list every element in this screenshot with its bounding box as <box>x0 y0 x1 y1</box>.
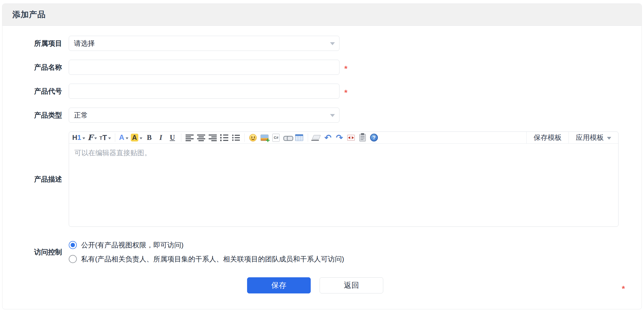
toolbar-separator <box>181 134 181 142</box>
form-row-description: 产品描述 H1 F TT A A B I U <box>2 132 642 227</box>
rich-text-editor: H1 F TT A A B I U <box>69 132 618 227</box>
product-name-label: 产品名称 <box>2 63 62 71</box>
access-option-private-label: 私有(产品相关负责人、所属项目集的干系人、相关联项目的团队成员和干系人可访问) <box>81 254 344 264</box>
access-option-public-label: 公开(有产品视图权限，即可访问) <box>81 240 183 250</box>
access-control-label: 访问控制 <box>2 248 62 256</box>
eraser-icon[interactable] <box>312 133 321 143</box>
help-icon[interactable]: ? <box>370 133 379 143</box>
code-icon[interactable]: C# <box>272 133 281 143</box>
form-row-project: 所属项目 请选择 <box>2 36 642 51</box>
editor-placeholder: 可以在编辑器直接贴图。 <box>74 148 613 158</box>
product-code-input[interactable] <box>69 84 339 99</box>
font-size-icon[interactable]: TT <box>99 133 111 143</box>
form-row-product-name: 产品名称 * <box>2 60 642 75</box>
page-title: 添加产品 <box>12 9 46 20</box>
undo-icon[interactable]: ↶ <box>323 133 332 143</box>
required-asterisk: * <box>622 284 625 293</box>
required-asterisk: * <box>344 88 348 97</box>
project-label: 所属项目 <box>2 39 62 47</box>
unordered-list-icon[interactable] <box>231 133 240 143</box>
align-right-icon[interactable] <box>208 133 217 143</box>
add-product-card: 添加产品 所属项目 请选择 产品名称 * 产品代号 * 产品类型 正常 <box>2 3 642 309</box>
underline-icon[interactable]: U <box>168 133 177 143</box>
project-select-value: 请选择 <box>74 39 95 48</box>
product-name-input[interactable] <box>69 60 339 75</box>
highlight-color-icon[interactable]: A <box>131 133 142 143</box>
product-type-label: 产品类型 <box>2 111 62 119</box>
product-code-label: 产品代号 <box>2 87 62 95</box>
form-row-product-type: 产品类型 正常 <box>2 108 642 123</box>
fullscreen-icon[interactable] <box>346 133 356 143</box>
description-label: 产品描述 <box>2 175 62 183</box>
access-option-public[interactable]: 公开(有产品视图权限，即可访问) <box>69 238 344 252</box>
redo-icon[interactable]: ↷ <box>335 133 344 143</box>
bold-icon[interactable]: B <box>145 133 154 143</box>
align-center-icon[interactable] <box>197 133 206 143</box>
heading-icon[interactable]: H1 <box>72 133 85 143</box>
radio-selected-icon[interactable] <box>69 241 77 249</box>
text-color-icon[interactable]: A <box>119 133 128 143</box>
chevron-down-icon <box>330 114 335 117</box>
access-option-private[interactable]: 私有(产品相关负责人、所属项目集的干系人、相关联项目的团队成员和干系人可访问) <box>69 252 344 266</box>
italic-icon[interactable]: I <box>156 133 165 143</box>
toolbar-separator <box>308 134 308 142</box>
card-header: 添加产品 <box>2 4 642 26</box>
font-family-icon[interactable]: F <box>88 133 97 143</box>
toolbar-separator <box>244 134 245 142</box>
save-button[interactable]: 保存 <box>247 277 311 293</box>
back-button[interactable]: 返回 <box>320 277 383 293</box>
description-editor-area[interactable]: 可以在编辑器直接贴图。 <box>69 144 618 227</box>
access-radio-group: 公开(有产品视图权限，即可访问) 私有(产品相关负责人、所属项目集的干系人、相关… <box>69 238 344 266</box>
emoticon-icon[interactable] <box>248 133 258 143</box>
image-icon[interactable] <box>260 133 269 143</box>
chevron-down-icon <box>330 42 335 45</box>
product-type-select-value: 正常 <box>74 111 88 120</box>
toolbar-separator <box>115 134 115 142</box>
form-row-product-code: 产品代号 * <box>2 84 642 99</box>
form-actions: 保存 返回 <box>247 277 642 293</box>
radio-unselected-icon[interactable] <box>69 255 77 263</box>
editor-toolbar: H1 F TT A A B I U <box>69 132 618 144</box>
save-template-button[interactable]: 保存模板 <box>526 132 569 143</box>
ordered-list-icon[interactable] <box>220 133 229 143</box>
add-product-form: 所属项目 请选择 产品名称 * 产品代号 * 产品类型 正常 产品描述 <box>2 26 642 293</box>
project-select[interactable]: 请选择 <box>69 36 339 51</box>
chevron-down-icon <box>607 137 611 140</box>
link-icon[interactable] <box>283 133 292 143</box>
align-left-icon[interactable] <box>185 133 194 143</box>
form-row-access-control: 访问控制 公开(有产品视图权限，即可访问) 私有(产品相关负责人、所属项目集的干… <box>2 238 642 266</box>
product-type-select[interactable]: 正常 <box>69 108 339 123</box>
template-buttons: 保存模板 应用模板 <box>526 132 618 143</box>
required-asterisk: * <box>344 64 348 73</box>
table-icon[interactable] <box>295 133 304 143</box>
apply-template-button[interactable]: 应用模板 <box>569 132 618 143</box>
clipboard-icon[interactable] <box>358 133 367 143</box>
